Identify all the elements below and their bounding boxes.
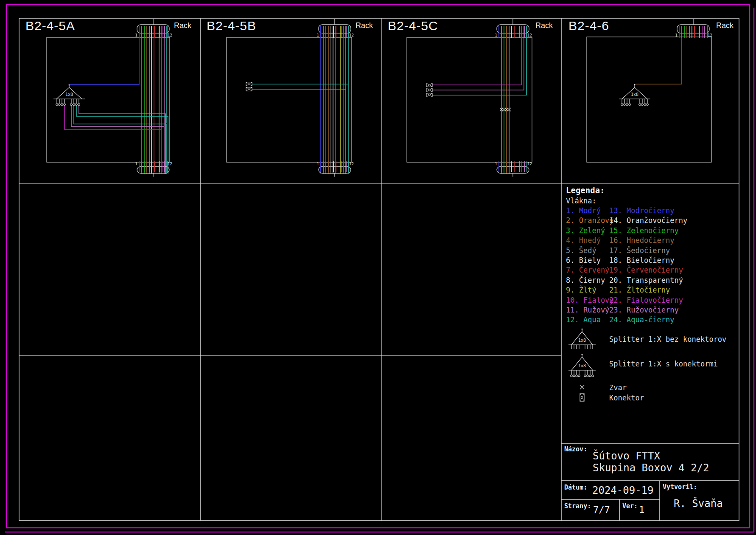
connector-label-12: 12	[349, 33, 354, 37]
connector-label-12: 12	[527, 162, 532, 166]
splitter-output-connector	[576, 375, 578, 377]
splitter-output-connector	[621, 104, 623, 106]
legend-fiber-14: 14. Oranžovočierny	[609, 216, 687, 226]
splitter-ratio-label: 1x8	[65, 92, 73, 97]
legend-fiber-11: 11. Ružový	[566, 306, 609, 315]
legend-fiber-12: 12. Aqua	[566, 315, 601, 325]
splitter-input-dot	[634, 84, 635, 85]
connector-label-1: 1	[317, 162, 319, 166]
connector-label-12: 12	[708, 33, 712, 37]
legend-fiber-8: 8. Čierny	[566, 276, 605, 286]
splitter-input-dot	[581, 354, 582, 355]
splitter-output-connector	[573, 375, 575, 377]
legend-fiber-1: 1. Modrý	[566, 206, 601, 216]
connector-label-12: 12	[527, 33, 532, 37]
legend-fiber-24: 24. Aqua-čierny	[609, 315, 675, 325]
legend-fiber-16: 16. Hnedočierny	[609, 236, 675, 246]
panel-box	[587, 37, 711, 162]
panel-title-B2-4-5B: B2-4-5B	[207, 19, 256, 33]
legend-fiber-6: 6. Biely	[566, 256, 601, 266]
splitter-input-dot	[581, 328, 582, 329]
splitter-ratio-label: 1x8	[578, 363, 586, 368]
splitter-output-connector	[647, 104, 649, 106]
legend-fiber-20: 20. Transparentný	[609, 276, 683, 286]
legend-fiber-7: 7. Červený	[566, 266, 609, 276]
splitter-output-connector	[571, 375, 573, 377]
connector-label-1: 1	[675, 33, 678, 37]
titleblock-datum-value: 2024-09-19	[592, 484, 654, 496]
legend-fiber-15: 15. Zelenočierny	[609, 226, 679, 236]
splitter-output-connector	[592, 375, 594, 377]
titleblock-vytvoril-label: Vytvoril:	[663, 483, 697, 491]
legend-heading: Legenda:	[566, 186, 605, 195]
legend-fiber-5: 5. Šedý	[566, 246, 596, 256]
legend-fiber-22: 22. Fialovočierny	[609, 296, 683, 306]
connector-label-12: 12	[349, 162, 354, 166]
titleblock-nazov-line2: Skupina Boxov 4 2/2	[593, 462, 709, 474]
titleblock-nazov-label: Názov:	[564, 445, 587, 453]
splitter-output-connector	[641, 104, 644, 106]
legend-fiber-18: 18. Bieločierny	[609, 256, 675, 266]
panel-title-B2-4-6: B2-4-6	[568, 19, 609, 33]
splitter-ratio-label: 1x8	[631, 92, 638, 97]
titleblock-nazov-line1: Šútovo FTTX	[593, 450, 660, 462]
legend-fiber-10: 10. Fialový	[566, 296, 614, 306]
splitter-output-connector	[59, 104, 61, 106]
splitter-output-connector	[629, 104, 631, 106]
rack-label: Rack	[356, 21, 373, 30]
splitter-output-connector	[644, 104, 646, 106]
panel-box	[407, 37, 532, 162]
legend-fiber-3: 3. Zelený	[566, 226, 605, 236]
titleblock-strany-value: 7/7	[593, 504, 610, 515]
drawing-page: { "panels": [ {"title": "B2-4-5A", "rack…	[0, 0, 756, 535]
fiber-line	[432, 26, 524, 90]
legend-konektor-label: Konektor	[609, 394, 644, 402]
rack-label: Rack	[716, 21, 734, 30]
connector-label-1: 1	[495, 33, 497, 37]
connector-label-12: 12	[168, 162, 172, 166]
legend-fibers-heading: Vlákna:	[566, 197, 596, 205]
splitter-output-connector	[624, 104, 626, 106]
fiber-line	[432, 26, 521, 85]
rack-label: Rack	[535, 21, 553, 30]
splitter-ratio-label: 1x8	[578, 338, 586, 343]
connector-label-1: 1	[135, 162, 137, 166]
legend-fiber-13: 13. Modročierny	[609, 206, 675, 216]
legend-fiber-17: 17. Šedočierny	[609, 246, 670, 256]
titleblock-datum-label: Dátum:	[564, 484, 587, 491]
connector-label-12: 12	[168, 33, 172, 37]
fiber-line	[252, 89, 346, 174]
legend-splitter-noconn-label: Splitter 1:X bez konektorov	[609, 335, 726, 344]
splitter-output-connector	[587, 375, 589, 377]
titleblock-vytvoril-value: R. Švaňa	[674, 498, 723, 510]
splitter-output-connector	[639, 104, 641, 106]
titleblock-ver-value: 1	[639, 504, 644, 515]
titleblock-ver-label: Ver:	[622, 502, 638, 510]
splitter-output-connector	[584, 375, 586, 377]
connector-label-1: 1	[317, 33, 319, 37]
legend-fiber-21: 21. Žltočierny	[609, 286, 670, 296]
legend-fiber-19: 19. Červenočierny	[609, 266, 683, 276]
panel-title-B2-4-5C: B2-4-5C	[388, 19, 438, 33]
fiber-line	[71, 105, 164, 174]
rack-label: Rack	[174, 21, 191, 30]
splitter-input-dot	[68, 84, 70, 85]
fiber-line	[74, 105, 167, 174]
fiber-line	[252, 84, 348, 174]
splitter-output-connector	[61, 104, 63, 106]
splitter-output-connector	[56, 104, 58, 106]
fiber-line	[70, 26, 139, 84]
fiber-line	[79, 105, 165, 174]
legend-splitter-conn-label: Splitter 1:X s konektormi	[609, 360, 718, 368]
splitter-output-connector	[626, 104, 628, 106]
splitter-output-connector	[589, 375, 591, 377]
titleblock-strany-label: Strany:	[564, 502, 591, 510]
legend-fiber-4: 4. Hnedý	[566, 236, 601, 246]
legend-fiber-2: 2. Oranžový	[566, 216, 614, 226]
connector-label-1: 1	[495, 162, 497, 166]
splitter-output-connector	[578, 375, 580, 377]
legend-zvar-label: Zvar	[609, 383, 627, 392]
connector-label-1: 1	[135, 33, 137, 37]
legend-fiber-9: 9. Žltý	[566, 286, 596, 296]
legend-fiber-23: 23. Ružovočierny	[609, 306, 679, 315]
